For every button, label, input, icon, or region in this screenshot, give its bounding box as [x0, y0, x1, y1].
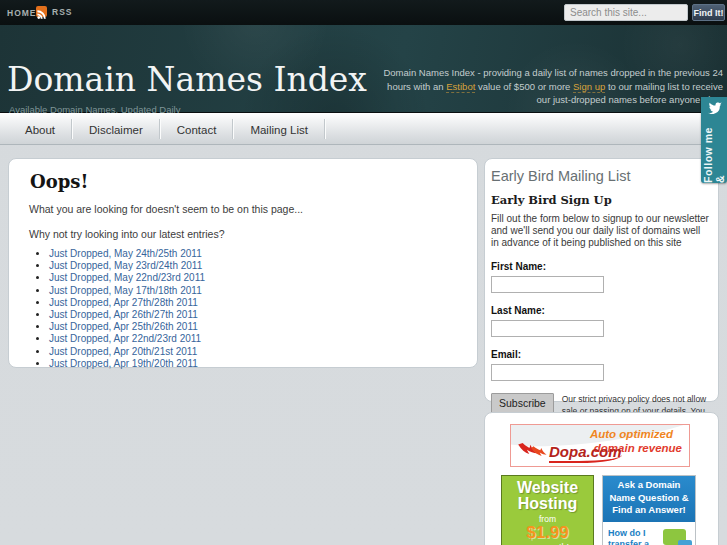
- list-item: Just Dropped, Apr 20th/21st 2011: [49, 346, 477, 358]
- dopa-brand-row: Dopa.com: [517, 443, 622, 463]
- list-item: Just Dropped, Apr 22nd/23rd 2011: [49, 333, 477, 345]
- website-hosting-ad[interactable]: Website Hosting from $1.99 per month!: [501, 475, 594, 545]
- entry-link[interactable]: Just Dropped, May 22nd/23rd 2011: [49, 272, 205, 283]
- hosting-ad-title-line1: Website: [502, 479, 593, 496]
- entry-link[interactable]: Just Dropped, May 17th/18th 2011: [49, 285, 202, 296]
- rss-link[interactable]: RSS: [36, 6, 72, 17]
- list-item: Just Dropped, May 17th/18th 2011: [49, 285, 477, 297]
- search-input[interactable]: [564, 4, 688, 21]
- rss-label: RSS: [52, 7, 72, 17]
- mailing-list-panel: Early Bird Mailing List Early Bird Sign …: [484, 158, 719, 402]
- first-name-field[interactable]: [491, 276, 604, 293]
- ads-panel: Auto optimized domain revenue Dopa.com W…: [484, 412, 719, 545]
- list-item: Just Dropped, Apr 19th/20th 2011: [49, 358, 477, 370]
- email-field[interactable]: [491, 364, 604, 381]
- hosting-ad-price: $1.99: [502, 524, 593, 542]
- site-title: Domain Names Index: [7, 63, 367, 97]
- signup-form-intro: Fill out the form below to signup to our…: [491, 213, 709, 249]
- nav-tab-mailing-list-label[interactable]: Mailing List: [250, 124, 308, 136]
- dopa-ad-line1: Auto optimized: [590, 428, 673, 440]
- email-label: Email:: [491, 349, 718, 360]
- list-item: Just Dropped, Apr 25th/26th 2011: [49, 321, 477, 333]
- subscribe-button[interactable]: Subscribe: [491, 393, 554, 413]
- hosting-ad-title-line2: Hosting: [502, 496, 593, 512]
- entry-link[interactable]: Just Dropped, May 23rd/24th 2011: [49, 260, 202, 271]
- home-link[interactable]: HOME: [7, 8, 37, 18]
- nav-tab-disclaimer-label[interactable]: Disclaimer: [89, 124, 143, 136]
- sidebar-title: Early Bird Mailing List: [491, 168, 718, 184]
- main-nav: About Disclaimer Contact Mailing List: [0, 113, 727, 145]
- nav-tab-contact-label[interactable]: Contact: [177, 124, 217, 136]
- search-button[interactable]: Find It!: [692, 4, 725, 21]
- entry-link[interactable]: Just Dropped, Apr 25th/26th 2011: [49, 321, 198, 332]
- entry-link[interactable]: Just Dropped, Apr 26th/27th 2011: [49, 309, 198, 320]
- list-item: Just Dropped, Apr 26th/27th 2011: [49, 309, 477, 321]
- top-bar: HOME RSS Find It!: [0, 0, 727, 25]
- entry-link[interactable]: Just Dropped, May 24th/25th 2011: [49, 248, 202, 259]
- nav-tabs: About Disclaimer Contact Mailing List: [0, 113, 727, 145]
- not-found-message: What you are looking for doesn't seem to…: [29, 203, 477, 215]
- nav-tab-about[interactable]: About: [8, 113, 72, 145]
- list-item: Just Dropped, May 22nd/23rd 2011: [49, 272, 477, 284]
- list-item: Just Dropped, May 23rd/24th 2011: [49, 260, 477, 272]
- latest-entries-prompt: Why not try looking into our latest entr…: [29, 228, 477, 240]
- header-description: Domain Names Index - providing a daily l…: [371, 66, 723, 107]
- nav-tab-disclaimer[interactable]: Disclaimer: [72, 113, 160, 145]
- header-desc-mid: value of $500 or more: [475, 81, 573, 92]
- twitter-bird-icon: [706, 100, 723, 118]
- qa-ad-question: How do I transfer a domain name?: [608, 528, 660, 545]
- site-header: Domain Names Index Available Domain Name…: [0, 25, 727, 113]
- last-name-field[interactable]: [491, 320, 604, 337]
- qa-ad-body: How do I transfer a domain name?: [603, 522, 695, 545]
- latest-entries-list: Just Dropped, May 24th/25th 2011 Just Dr…: [33, 248, 477, 370]
- follow-me-ribbon[interactable]: Follow me &: [701, 97, 727, 183]
- qa-ad-header: Ask a Domain Name Question & Find an Ans…: [603, 476, 695, 522]
- nav-tab-contact[interactable]: Contact: [160, 113, 234, 145]
- nav-tab-mailing-list[interactable]: Mailing List: [233, 113, 325, 145]
- list-item: Just Dropped, Apr 27th/28th 2011: [49, 297, 477, 309]
- entry-link[interactable]: Just Dropped, Apr 22nd/23rd 2011: [49, 333, 201, 344]
- dopa-wing-icon: [517, 443, 547, 463]
- last-name-label: Last Name:: [491, 305, 718, 316]
- chat-bubble-small-icon: [678, 540, 692, 545]
- nav-tab-about-label[interactable]: About: [25, 124, 55, 136]
- first-name-label: First Name:: [491, 261, 718, 272]
- dopa-ad-banner[interactable]: Auto optimized domain revenue Dopa.com: [510, 424, 690, 467]
- domain-question-ad[interactable]: Ask a Domain Name Question & Find an Ans…: [602, 475, 696, 545]
- main-content-panel: Oops! What you are looking for doesn't s…: [8, 158, 478, 368]
- page-title: Oops!: [30, 171, 477, 192]
- estibot-link[interactable]: Estibot: [446, 81, 475, 93]
- entry-link[interactable]: Just Dropped, Apr 27th/28th 2011: [49, 297, 198, 308]
- signup-form-heading: Early Bird Sign Up: [491, 193, 718, 207]
- entry-link[interactable]: Just Dropped, Apr 20th/21st 2011: [49, 346, 197, 357]
- rss-icon: [36, 6, 47, 17]
- dopa-brand-label: Dopa.com: [549, 443, 622, 463]
- entry-link[interactable]: Just Dropped, Apr 19th/20th 2011: [49, 358, 198, 369]
- list-item: Just Dropped, May 24th/25th 2011: [49, 248, 477, 260]
- signup-link[interactable]: Sign up: [573, 81, 605, 93]
- follow-me-label: Follow me &: [702, 120, 726, 183]
